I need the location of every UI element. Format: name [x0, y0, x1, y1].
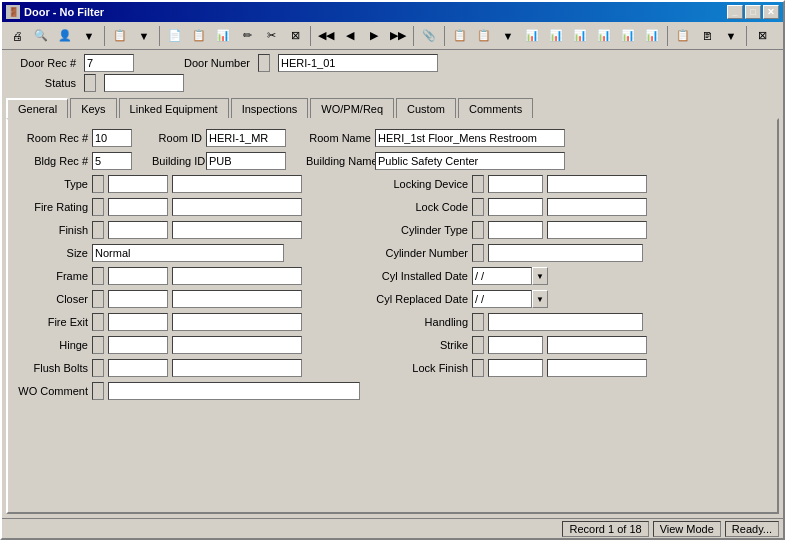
record-info: Record 1 of 18	[562, 521, 648, 537]
find-button[interactable]: 🔍	[30, 25, 52, 47]
close-button[interactable]: ✕	[763, 5, 779, 19]
fire-rating-desc-input[interactable]	[172, 198, 302, 216]
maximize-button[interactable]: □	[745, 5, 761, 19]
hinge-input[interactable]	[108, 336, 168, 354]
lock-code-desc-input[interactable]	[547, 198, 647, 216]
tab-wo-pm-req[interactable]: WO/PM/Req	[310, 98, 394, 118]
print-button[interactable]: 🖨	[6, 25, 28, 47]
title-bar: 🚪 Door - No Filter _ □ ✕	[2, 2, 783, 22]
door-rec-input[interactable]	[84, 54, 134, 72]
form-panel: Room Rec # Room ID Room Name Bldg Rec # …	[6, 118, 779, 514]
handling-input[interactable]	[488, 313, 643, 331]
lock-finish-input[interactable]	[488, 359, 543, 377]
tab-linked-equipment[interactable]: Linked Equipment	[119, 98, 229, 118]
locking-device-input[interactable]	[488, 175, 543, 193]
chart-button[interactable]: 📊	[212, 25, 234, 47]
window-title: Door - No Filter	[24, 6, 104, 18]
flush-bolts-desc-input[interactable]	[172, 359, 302, 377]
tab-comments[interactable]: Comments	[458, 98, 533, 118]
building-id-input[interactable]	[206, 152, 286, 170]
room-id-input[interactable]	[206, 129, 286, 147]
wo-comment-row: WO Comment	[16, 381, 360, 401]
lock-code-indicator	[472, 198, 484, 216]
cyl-replaced-dropdown[interactable]: ▼	[532, 290, 548, 308]
tool2-button[interactable]: 📋	[473, 25, 495, 47]
attach-button[interactable]: 📎	[418, 25, 440, 47]
user-button[interactable]: 👤	[54, 25, 76, 47]
strike-indicator	[472, 336, 484, 354]
nav-prev-button[interactable]: ◀	[339, 25, 361, 47]
closer-input[interactable]	[108, 290, 168, 308]
type-input[interactable]	[108, 175, 168, 193]
lock-code-input[interactable]	[488, 198, 543, 216]
tool11-button[interactable]: 🖹	[696, 25, 718, 47]
tab-inspections[interactable]: Inspections	[231, 98, 309, 118]
minimize-button[interactable]: _	[727, 5, 743, 19]
edit-button[interactable]: ✏	[236, 25, 258, 47]
cylinder-number-input[interactable]	[488, 244, 643, 262]
report-button[interactable]: 📋	[109, 25, 131, 47]
frame-desc-input[interactable]	[172, 267, 302, 285]
cylinder-number-indicator	[472, 244, 484, 262]
tool1-button[interactable]: 📋	[449, 25, 471, 47]
cut-button[interactable]: ✂	[260, 25, 282, 47]
fire-exit-desc-input[interactable]	[172, 313, 302, 331]
tab-keys[interactable]: Keys	[70, 98, 116, 118]
closer-desc-input[interactable]	[172, 290, 302, 308]
door-number-input[interactable]	[278, 54, 438, 72]
tool6-button[interactable]: 📊	[569, 25, 591, 47]
finish-indicator	[92, 221, 104, 239]
bldg-rec-input[interactable]	[92, 152, 132, 170]
close2-button[interactable]: ⊠	[751, 25, 773, 47]
room-rec-input[interactable]	[92, 129, 132, 147]
frame-label: Frame	[16, 270, 88, 282]
cylinder-type-desc-input[interactable]	[547, 221, 647, 239]
fire-rating-indicator	[92, 198, 104, 216]
locking-device-desc-input[interactable]	[547, 175, 647, 193]
frame-input[interactable]	[108, 267, 168, 285]
hinge-desc-input[interactable]	[172, 336, 302, 354]
tool10-button[interactable]: 📋	[672, 25, 694, 47]
wo-comment-input[interactable]	[108, 382, 360, 400]
nav-last-button[interactable]: ▶▶	[387, 25, 409, 47]
ready-status: Ready...	[725, 521, 779, 537]
size-input[interactable]	[92, 244, 284, 262]
tab-custom[interactable]: Custom	[396, 98, 456, 118]
tool7-button[interactable]: 📊	[593, 25, 615, 47]
strike-desc-input[interactable]	[547, 336, 647, 354]
dropdown1-button[interactable]: ▼	[78, 25, 100, 47]
cyl-replaced-input[interactable]	[472, 290, 532, 308]
tab-general[interactable]: General	[6, 98, 68, 118]
tool4-button[interactable]: 📊	[521, 25, 543, 47]
strike-input[interactable]	[488, 336, 543, 354]
fire-exit-row: Fire Exit	[16, 312, 360, 332]
type-desc-input[interactable]	[172, 175, 302, 193]
fire-exit-input[interactable]	[108, 313, 168, 331]
cyl-installed-label: Cyl Installed Date	[368, 270, 468, 282]
cyl-installed-dropdown[interactable]: ▼	[532, 267, 548, 285]
delete-button[interactable]: ⊠	[284, 25, 306, 47]
building-name-input[interactable]	[375, 152, 565, 170]
copy-button[interactable]: 📋	[188, 25, 210, 47]
status-input[interactable]	[104, 74, 184, 92]
fire-rating-input[interactable]	[108, 198, 168, 216]
cyl-installed-input[interactable]	[472, 267, 532, 285]
locking-device-indicator	[472, 175, 484, 193]
finish-input[interactable]	[108, 221, 168, 239]
tool9-button[interactable]: 📊	[641, 25, 663, 47]
dropdown2-button[interactable]: ▼	[133, 25, 155, 47]
cylinder-type-row: Cylinder Type	[368, 220, 769, 240]
tool5-button[interactable]: 📊	[545, 25, 567, 47]
lock-finish-desc-input[interactable]	[547, 359, 647, 377]
nav-next-button[interactable]: ▶	[363, 25, 385, 47]
flush-bolts-input[interactable]	[108, 359, 168, 377]
cylinder-type-input[interactable]	[488, 221, 543, 239]
dropdown3-button[interactable]: ▼	[720, 25, 742, 47]
tool8-button[interactable]: 📊	[617, 25, 639, 47]
tool3-button[interactable]: ▼	[497, 25, 519, 47]
finish-desc-input[interactable]	[172, 221, 302, 239]
toolbar-separator-5	[444, 26, 445, 46]
room-name-input[interactable]	[375, 129, 565, 147]
new-button[interactable]: 📄	[164, 25, 186, 47]
nav-first-button[interactable]: ◀◀	[315, 25, 337, 47]
